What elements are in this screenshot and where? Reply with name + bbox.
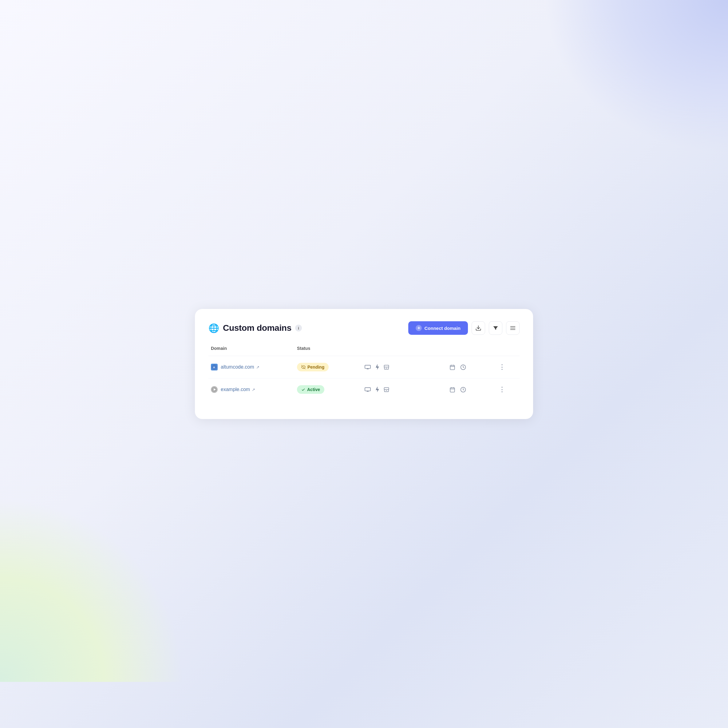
- archive-icon-2[interactable]: [384, 387, 389, 392]
- card-header: 🌐 Custom domains i + Connect domain: [208, 321, 520, 335]
- page-title: Custom domains: [223, 323, 291, 333]
- title-group: 🌐 Custom domains i: [208, 323, 302, 333]
- svg-rect-7: [365, 365, 370, 369]
- more-cell-1: ⋮: [499, 363, 517, 371]
- domain-favicon-2: [211, 386, 218, 393]
- domain-favicon-1: A: [211, 364, 218, 370]
- bolt-icon: [375, 364, 379, 370]
- download-button[interactable]: [472, 321, 485, 335]
- row-actions-2: [365, 387, 450, 393]
- date-cell-1: [450, 364, 499, 370]
- display-icon-2[interactable]: [365, 387, 371, 392]
- more-options-button-2[interactable]: ⋮: [499, 385, 506, 393]
- clock-history-icon: [460, 364, 466, 370]
- download-icon: [475, 325, 482, 331]
- eye-slash-icon: [301, 365, 306, 369]
- plus-circle-icon: +: [416, 325, 422, 331]
- more-options-button-1[interactable]: ⋮: [499, 363, 506, 371]
- example-logo: [211, 387, 217, 392]
- table-row: example.com ↗ Active: [208, 378, 520, 401]
- history-icon-1[interactable]: [460, 364, 466, 370]
- columns-button[interactable]: [506, 321, 520, 335]
- bolt-icon: [375, 387, 379, 393]
- calendar-icon-1[interactable]: [450, 364, 455, 370]
- archive-icon-1[interactable]: [384, 365, 389, 370]
- filter-button[interactable]: [489, 321, 502, 335]
- table-header: Domain Status: [208, 346, 520, 356]
- col-domain: Domain: [211, 346, 297, 351]
- calendar-icon: [450, 364, 455, 370]
- external-link-icon-1: ↗: [256, 365, 260, 370]
- table-row: A altumcode.com ↗ Pending: [208, 356, 520, 378]
- svg-rect-12: [450, 365, 454, 370]
- storage-icon: [384, 365, 389, 370]
- display-icon-1[interactable]: [365, 365, 371, 369]
- connect-domain-button[interactable]: + Connect domain: [408, 321, 468, 335]
- svg-rect-19: [365, 388, 370, 391]
- domain-cell-2: example.com ↗: [211, 386, 297, 393]
- svg-rect-22: [384, 387, 389, 389]
- svg-rect-10: [384, 365, 389, 367]
- status-cell-1: Pending: [297, 363, 365, 372]
- domain-link-1[interactable]: altumcode.com ↗: [221, 364, 260, 370]
- filter-icon: [492, 325, 499, 331]
- col-status: Status: [297, 346, 365, 351]
- altumcode-logo: A: [211, 364, 217, 370]
- clock-history-icon: [460, 387, 466, 393]
- svg-text:A: A: [213, 366, 215, 369]
- status-badge-active: Active: [297, 385, 324, 394]
- domain-cell-1: A altumcode.com ↗: [211, 364, 297, 370]
- col-more: [499, 346, 517, 351]
- custom-domains-card: 🌐 Custom domains i + Connect domain: [195, 309, 533, 419]
- col-dates: [450, 346, 499, 351]
- monitor-icon: [365, 387, 371, 392]
- external-link-icon-2: ↗: [252, 387, 255, 392]
- info-icon[interactable]: i: [295, 325, 302, 332]
- svg-rect-24: [450, 388, 454, 392]
- check-icon: [301, 388, 305, 392]
- header-actions: + Connect domain: [408, 321, 520, 335]
- status-cell-2: Active: [297, 385, 365, 394]
- calendar-icon-2[interactable]: [450, 387, 455, 393]
- connect-domain-label: Connect domain: [424, 326, 460, 331]
- status-badge-pending: Pending: [297, 363, 329, 372]
- calendar-icon: [450, 387, 455, 393]
- history-icon-2[interactable]: [460, 387, 466, 393]
- domains-table: Domain Status A altumcode.com ↗: [208, 346, 520, 401]
- domain-link-2[interactable]: example.com ↗: [221, 387, 255, 392]
- row-actions-1: [365, 364, 450, 370]
- columns-icon: [510, 325, 516, 331]
- date-cell-2: [450, 387, 499, 393]
- lightning-icon-1[interactable]: [375, 364, 379, 370]
- lightning-icon-2[interactable]: [375, 387, 379, 393]
- globe-icon: 🌐: [208, 323, 219, 333]
- storage-icon: [384, 387, 389, 392]
- monitor-icon: [365, 365, 371, 369]
- col-actions: [365, 346, 450, 351]
- more-cell-2: ⋮: [499, 385, 517, 393]
